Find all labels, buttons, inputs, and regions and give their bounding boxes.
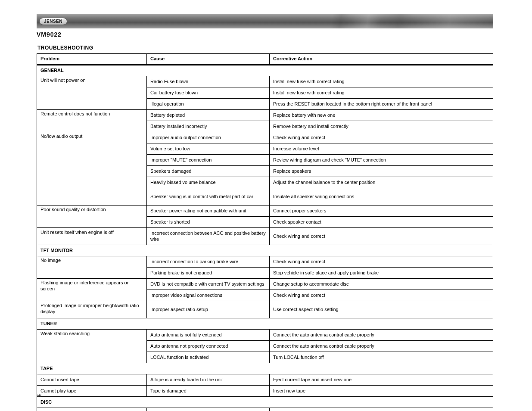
cell: Speaker power rating not compatible with… <box>147 206 270 217</box>
cell: Illegal operation <box>147 99 270 110</box>
subhead-tape: TAPE <box>37 363 493 374</box>
subhead-tft: TFT MONITOR <box>37 245 493 256</box>
cell: Improper audio output connection <box>147 132 270 143</box>
cell: Turn LOCAL function off <box>270 352 493 363</box>
cell: Install new fuse with correct rating <box>270 76 493 87</box>
table-row: No image Incorrect connection to parking… <box>37 256 493 268</box>
table-header-row: Problem Cause Corrective Action <box>37 54 493 65</box>
col-cause: Cause <box>147 54 270 65</box>
cell: Prolonged image or improper height/width… <box>37 301 147 318</box>
cell: No image <box>37 256 147 279</box>
cell: Check wiring and correct <box>270 132 493 143</box>
cell: Speaker is shorted <box>147 217 270 228</box>
cell: LOCAL function is activated <box>147 352 270 363</box>
col-action: Corrective Action <box>270 54 493 65</box>
header-banner: JENSEN <box>37 14 493 28</box>
table-row: Cannot play tape Tape is damaged Insert … <box>37 386 493 397</box>
cell: Cannot insert tape <box>37 374 147 386</box>
cell: DVD is not compatible with current TV sy… <box>147 279 270 290</box>
cell: Speakers damaged <box>147 166 270 177</box>
cell: Improper video signal connections <box>147 290 270 301</box>
subhead-general: GENERAL <box>37 65 493 76</box>
cell: Unit will not power on <box>37 76 147 110</box>
page-content: VM9022 TROUBLESHOOTING Problem Cause Cor… <box>37 31 493 411</box>
cell: Heavily biased volume balance <box>147 177 270 188</box>
table-row: Remote control does not function Battery… <box>37 110 493 121</box>
cell: Install new fuse with correct rating <box>270 87 493 99</box>
cell: Car battery fuse blown <box>147 87 270 99</box>
subhead-tuner: TUNER <box>37 318 493 330</box>
subhead-disc: DISC <box>37 397 493 408</box>
cell: Replace battery with new one <box>270 110 493 121</box>
cell: Battery depleted <box>147 110 270 121</box>
cell: Auto antenna is not fully extended <box>147 330 270 341</box>
cell: Parking brake is not engaged <box>147 268 270 279</box>
cell: Connect the auto antenna control cable p… <box>270 330 493 341</box>
cell: Tape is damaged <box>147 386 270 397</box>
cell: Check wiring and correct <box>270 256 493 268</box>
cell: Radio Fuse blown <box>147 76 270 87</box>
cell: Use correct aspect ratio setting <box>270 301 493 318</box>
cell: Increase volume level <box>270 143 493 155</box>
cell: A tape is already loaded in the unit <box>147 374 270 386</box>
cell: Battery installed incorrectly <box>147 121 270 132</box>
cell: Poor sound quality or distortion <box>37 206 147 228</box>
product-name: VM9022 <box>37 31 493 38</box>
cell: Eject current tape and insert new one <box>270 374 493 386</box>
table-row: Weak station searching Auto antenna is n… <box>37 330 493 341</box>
table-row: No/low audio output Improper audio outpu… <box>37 132 493 143</box>
cell: Incorrect connection to parking brake wi… <box>147 256 270 268</box>
cell: Auto antenna not properly connected <box>147 341 270 352</box>
cell: Review wiring diagram and check "MUTE" c… <box>270 155 493 166</box>
cell: Check wiring and correct <box>270 228 493 245</box>
cell: Cannot insert disc <box>37 408 147 411</box>
cell: Adjust the channel balance to the center… <box>270 177 493 188</box>
cell: Weak station searching <box>37 330 147 363</box>
cell: No/low audio output <box>37 132 147 206</box>
cell: Change setup to accommodate disc <box>270 279 493 290</box>
cell: Flashing image or interference appears o… <box>37 279 147 301</box>
cell: Press the RESET button located in the bo… <box>270 99 493 110</box>
cell: Remote control does not function <box>37 110 147 132</box>
brand-logo: JENSEN <box>39 18 67 25</box>
table-row: Flashing image or interference appears o… <box>37 279 493 290</box>
cell: Speaker wiring is in contact with metal … <box>147 188 270 206</box>
cell: Replace speakers <box>270 166 493 177</box>
section-title-troubleshooting: TROUBLESHOOTING <box>37 45 493 51</box>
cell: Stop vehicle in safe place and apply par… <box>270 268 493 279</box>
cell: Connect the auto antenna control cable p… <box>270 341 493 352</box>
troubleshooting-table: Problem Cause Corrective Action GENERAL … <box>37 53 493 411</box>
cell: Unit resets itself when engine is off <box>37 228 147 245</box>
page-number: 56 <box>37 393 41 398</box>
banner-streaks <box>269 14 493 28</box>
table-row: Unit will not power on Radio Fuse blown … <box>37 76 493 87</box>
cell: Insert new tape <box>270 386 493 397</box>
cell: Check wiring and correct <box>270 290 493 301</box>
cell: Improper aspect ratio setup <box>147 301 270 318</box>
cell: Check speaker contact <box>270 217 493 228</box>
table-row: Prolonged image or improper height/width… <box>37 301 493 318</box>
cell: Volume set too low <box>147 143 270 155</box>
table-row: Unit resets itself when engine is off In… <box>37 228 493 245</box>
cell: Eject current disc and insert a new one <box>270 408 493 411</box>
table-row: Poor sound quality or distortion Speaker… <box>37 206 493 217</box>
cell: Insulate all speaker wiring connections <box>270 188 493 206</box>
cell: Incorrect connection between ACC and pos… <box>147 228 270 245</box>
cell: Cannot play tape <box>37 386 147 397</box>
cell: Improper "MUTE" connection <box>147 155 270 166</box>
cell: Remove battery and install correctly <box>270 121 493 132</box>
brand-logo-text: JENSEN <box>39 18 67 25</box>
table-row: Cannot insert tape A tape is already loa… <box>37 374 493 386</box>
cell: A disc is already inside the unit <box>147 408 270 411</box>
table-row: Cannot insert disc A disc is already ins… <box>37 408 493 411</box>
cell: Connect proper speakers <box>270 206 493 217</box>
col-problem: Problem <box>37 54 147 65</box>
